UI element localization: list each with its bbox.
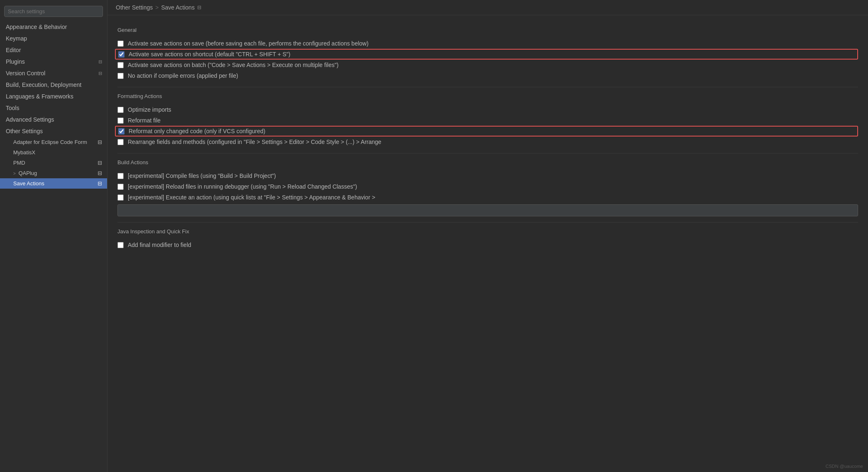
- main-content: Other Settings > Save Actions ⊟ GeneralA…: [108, 0, 868, 472]
- option-label-activate-on-batch[interactable]: Activate save actions on batch ("Code > …: [117, 62, 339, 68]
- sidebar-item-label: Advanced Settings: [6, 116, 102, 123]
- plugin-icon: ⊟: [98, 71, 102, 76]
- sidebar-item-label: Version Control: [6, 70, 97, 77]
- option-label-optimize-imports[interactable]: Optimize imports: [117, 106, 171, 113]
- sidebar-item-other-settings[interactable]: Other Settings: [0, 125, 107, 137]
- option-text-activate-on-shortcut: Activate save actions on shortcut (defau…: [129, 51, 290, 58]
- option-row-reformat-file: Reformat file: [117, 115, 858, 126]
- sidebar-item-label: Appearance & Behavior: [6, 24, 102, 30]
- section-divider: [117, 222, 858, 223]
- option-row-no-action-compile-errors: No action if compile errors (applied per…: [117, 70, 858, 81]
- option-label-reload-debugger[interactable]: [experimental] Reload files in running d…: [117, 183, 357, 190]
- option-text-compile-files: [experimental] Compile files (using "Bui…: [128, 173, 276, 179]
- checkbox-rearrange-fields[interactable]: [117, 139, 124, 145]
- breadcrumb: Other Settings > Save Actions ⊟: [108, 0, 868, 15]
- build-action-input[interactable]: [117, 204, 858, 216]
- chevron-icon: >: [13, 171, 17, 176]
- sidebar-item-label: Languages & Frameworks: [6, 93, 102, 100]
- section-divider: [117, 153, 858, 153]
- option-label-no-action-compile-errors[interactable]: No action if compile errors (applied per…: [117, 72, 238, 79]
- settings-content: GeneralActivate save actions on save (be…: [108, 15, 868, 472]
- option-text-reload-debugger: [experimental] Reload files in running d…: [128, 183, 357, 190]
- option-text-add-final: Add final modifier to field: [128, 242, 191, 248]
- sidebar-item-version-control[interactable]: Version Control⊟: [0, 67, 107, 79]
- plugin-icon: ⊟: [98, 180, 102, 187]
- section-title-general: General: [117, 27, 858, 33]
- plugin-icon: ⊟: [98, 160, 102, 166]
- section-divider: [117, 87, 858, 87]
- sidebar-item-label: Adapter for Eclipse Code Form: [13, 139, 87, 145]
- option-row-activate-on-batch: Activate save actions on batch ("Code > …: [117, 60, 858, 70]
- sidebar-item-advanced[interactable]: Advanced Settings: [0, 114, 107, 125]
- section-title-formatting: Formatting Actions: [117, 93, 858, 99]
- sidebar-item-keymap[interactable]: Keymap: [0, 33, 107, 44]
- option-row-activate-on-shortcut: Activate save actions on shortcut (defau…: [115, 49, 858, 60]
- option-row-rearrange-fields: Rearrange fields and methods (configured…: [117, 137, 858, 147]
- option-text-optimize-imports: Optimize imports: [128, 106, 171, 113]
- sidebar-item-pmd[interactable]: PMD⊟: [0, 158, 107, 168]
- sidebar-item-label: Editor: [6, 47, 102, 53]
- option-label-activate-on-save[interactable]: Activate save actions on save (before sa…: [117, 40, 368, 47]
- sidebar-item-tools[interactable]: Tools: [0, 102, 107, 114]
- option-row-reload-debugger: [experimental] Reload files in running d…: [117, 181, 858, 192]
- watermark: CSDN @uaucome: [825, 464, 863, 469]
- section-title-java: Java Inspection and Quick Fix: [117, 228, 858, 235]
- sidebar-item-appearance[interactable]: Appearance & Behavior: [0, 21, 107, 33]
- settings-sidebar: Appearance & BehaviorKeymapEditorPlugins…: [0, 0, 108, 472]
- sidebar-item-label: PMD: [13, 160, 25, 166]
- option-text-reformat-changed: Reformat only changed code (only if VCS …: [129, 128, 265, 134]
- checkbox-compile-files[interactable]: [117, 173, 124, 179]
- option-text-activate-on-save: Activate save actions on save (before sa…: [128, 40, 368, 47]
- option-row-add-final: Add final modifier to field: [117, 240, 858, 250]
- checkbox-reformat-changed[interactable]: [118, 128, 124, 134]
- option-text-activate-on-batch: Activate save actions on batch ("Code > …: [128, 62, 339, 68]
- option-label-execute-action[interactable]: [experimental] Execute an action (using …: [117, 194, 375, 201]
- sidebar-item-label: > QAPlug: [13, 170, 37, 176]
- plugin-icon: ⊟: [98, 170, 102, 176]
- sidebar-item-adapter[interactable]: Adapter for Eclipse Code Form⊟: [0, 137, 107, 147]
- option-text-execute-action: [experimental] Execute an action (using …: [128, 194, 375, 201]
- checkbox-activate-on-batch[interactable]: [117, 62, 124, 68]
- sidebar-item-label: Keymap: [6, 35, 102, 42]
- sidebar-items-list: Appearance & BehaviorKeymapEditorPlugins…: [0, 21, 107, 189]
- breadcrumb-separator: >: [155, 4, 159, 11]
- checkbox-reload-debugger[interactable]: [117, 184, 124, 190]
- option-row-activate-on-save: Activate save actions on save (before sa…: [117, 38, 858, 49]
- option-label-activate-on-shortcut[interactable]: Activate save actions on shortcut (defau…: [118, 51, 290, 58]
- checkbox-activate-on-shortcut[interactable]: [118, 51, 124, 58]
- checkbox-no-action-compile-errors[interactable]: [117, 73, 124, 79]
- sidebar-item-languages[interactable]: Languages & Frameworks: [0, 91, 107, 102]
- sidebar-item-plugins[interactable]: Plugins⊟: [0, 56, 107, 67]
- sidebar-item-mybatisx[interactable]: MybatisX: [0, 147, 107, 158]
- sidebar-item-label: Other Settings: [6, 128, 102, 134]
- option-label-reformat-changed[interactable]: Reformat only changed code (only if VCS …: [118, 128, 265, 134]
- option-text-no-action-compile-errors: No action if compile errors (applied per…: [128, 72, 238, 79]
- section-title-build: Build Actions: [117, 159, 858, 165]
- sidebar-item-label: Build, Execution, Deployment: [6, 81, 102, 88]
- checkbox-optimize-imports[interactable]: [117, 107, 124, 113]
- plugin-icon: ⊟: [98, 139, 102, 145]
- plugin-icon: ⊟: [98, 59, 102, 65]
- search-input[interactable]: [4, 6, 103, 17]
- sidebar-item-editor[interactable]: Editor: [0, 44, 107, 56]
- checkbox-add-final[interactable]: [117, 242, 124, 248]
- sidebar-item-label: Plugins: [6, 58, 97, 65]
- sidebar-item-label: Save Actions: [13, 180, 44, 187]
- option-label-add-final[interactable]: Add final modifier to field: [117, 242, 191, 248]
- option-row-reformat-changed: Reformat only changed code (only if VCS …: [115, 126, 858, 137]
- breadcrumb-icon: ⊟: [197, 5, 201, 10]
- option-label-reformat-file[interactable]: Reformat file: [117, 117, 160, 124]
- sidebar-item-build[interactable]: Build, Execution, Deployment: [0, 79, 107, 91]
- option-text-reformat-file: Reformat file: [128, 117, 160, 124]
- checkbox-activate-on-save[interactable]: [117, 41, 124, 47]
- option-label-compile-files[interactable]: [experimental] Compile files (using "Bui…: [117, 173, 276, 179]
- option-row-optimize-imports: Optimize imports: [117, 104, 858, 115]
- checkbox-execute-action[interactable]: [117, 194, 124, 201]
- breadcrumb-part1: Other Settings: [116, 4, 153, 11]
- sidebar-item-qaplug[interactable]: > QAPlug⊟: [0, 168, 107, 178]
- sidebar-item-save-actions[interactable]: Save Actions⊟: [0, 178, 107, 189]
- sidebar-item-label: MybatisX: [13, 149, 35, 156]
- option-label-rearrange-fields[interactable]: Rearrange fields and methods (configured…: [117, 139, 381, 145]
- option-row-execute-action: [experimental] Execute an action (using …: [117, 192, 858, 203]
- checkbox-reformat-file[interactable]: [117, 117, 124, 124]
